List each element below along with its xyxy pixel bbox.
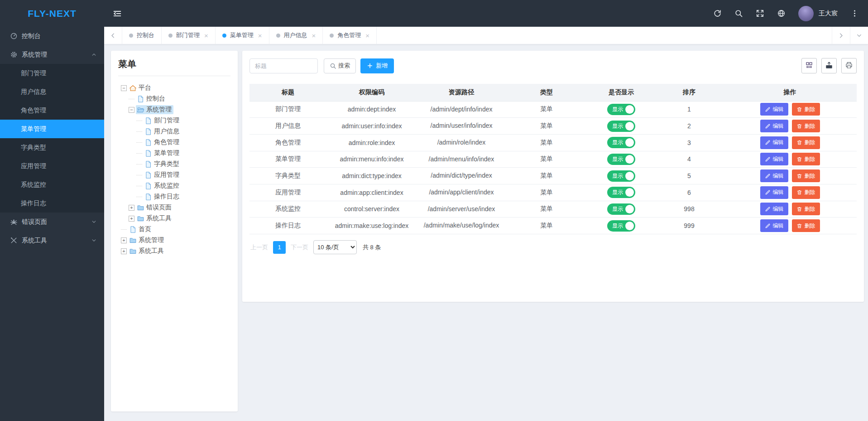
- delete-button[interactable]: 删除: [792, 169, 820, 182]
- next-page-button[interactable]: 下一页: [291, 243, 308, 252]
- edit-button[interactable]: 编辑: [760, 103, 788, 116]
- current-page-button[interactable]: 1: [273, 241, 286, 254]
- tree-node[interactable]: 菜单管理: [118, 148, 230, 159]
- print-button[interactable]: [841, 58, 857, 73]
- add-button[interactable]: 新增: [360, 58, 394, 73]
- close-icon[interactable]: ×: [204, 32, 208, 39]
- delete-button[interactable]: 删除: [792, 203, 820, 215]
- tree-node-body[interactable]: 系统管理: [128, 236, 166, 245]
- sidebar-item[interactable]: 错误页面: [0, 213, 104, 231]
- expand-box-icon[interactable]: +: [129, 216, 134, 222]
- tabs-scroll-left-icon[interactable]: [104, 27, 122, 44]
- globe-icon[interactable]: [777, 9, 786, 18]
- tree-node[interactable]: −平台: [118, 82, 230, 93]
- sidebar-subitem[interactable]: 字典类型: [0, 138, 104, 157]
- delete-button[interactable]: 删除: [792, 219, 820, 232]
- tree-node[interactable]: 操作日志: [118, 191, 230, 202]
- tree-node-body[interactable]: 系统监控: [144, 181, 181, 190]
- sidebar-subitem[interactable]: 菜单管理: [0, 120, 104, 138]
- edit-button[interactable]: 编辑: [760, 120, 788, 132]
- export-button[interactable]: [821, 58, 837, 73]
- close-icon[interactable]: ×: [258, 32, 262, 39]
- tree-node-body[interactable]: 系统工具: [128, 247, 166, 256]
- collapse-box-icon[interactable]: −: [121, 85, 127, 91]
- tree-node[interactable]: +系统管理: [118, 235, 230, 246]
- tree-node[interactable]: 字典类型: [118, 159, 230, 169]
- fullscreen-icon[interactable]: [756, 9, 764, 18]
- tree-node[interactable]: 控制台: [118, 93, 230, 104]
- edit-button[interactable]: 编辑: [760, 186, 788, 199]
- tree-node-body[interactable]: 菜单管理: [144, 149, 181, 158]
- tab-item[interactable]: 用户信息×: [269, 27, 323, 44]
- sidebar-item[interactable]: 控制台: [0, 27, 104, 45]
- sidebar-item[interactable]: 系统管理: [0, 45, 104, 64]
- tab-item[interactable]: 角色管理×: [323, 27, 377, 44]
- sidebar-collapse-icon[interactable]: [112, 9, 122, 19]
- visibility-toggle[interactable]: 显示: [607, 187, 635, 198]
- tab-item[interactable]: 控制台: [122, 27, 162, 44]
- sidebar-subitem[interactable]: 角色管理: [0, 101, 104, 120]
- sidebar-subitem[interactable]: 应用管理: [0, 157, 104, 175]
- tree-node-body[interactable]: 错误页面: [136, 203, 173, 212]
- tree-node[interactable]: +系统工具: [118, 246, 230, 256]
- tree-node[interactable]: 角色管理: [118, 137, 230, 148]
- expand-box-icon[interactable]: +: [121, 248, 127, 254]
- edit-button[interactable]: 编辑: [760, 169, 788, 182]
- tabs-scroll-right-icon[interactable]: [832, 27, 850, 44]
- search-icon[interactable]: [734, 9, 743, 18]
- tree-node[interactable]: 用户信息: [118, 126, 230, 137]
- tree-node[interactable]: 首页: [118, 224, 230, 235]
- user-menu[interactable]: 王大宸: [798, 6, 838, 21]
- delete-button[interactable]: 删除: [792, 103, 820, 116]
- visibility-toggle[interactable]: 显示: [607, 137, 635, 148]
- visibility-toggle[interactable]: 显示: [607, 121, 635, 132]
- edit-button[interactable]: 编辑: [760, 203, 788, 215]
- visibility-toggle[interactable]: 显示: [607, 220, 635, 232]
- tree-node[interactable]: +系统工具: [118, 213, 230, 224]
- tree-node-body[interactable]: 字典类型: [144, 160, 181, 169]
- tree-node-body[interactable]: 首页: [128, 225, 153, 234]
- tree-node[interactable]: 应用管理: [118, 169, 230, 180]
- page-size-select[interactable]: 10 条/页: [313, 240, 357, 254]
- columns-button[interactable]: [801, 58, 817, 73]
- tree-node-body[interactable]: 角色管理: [144, 138, 181, 147]
- tree-node-body[interactable]: 部门管理: [144, 116, 181, 125]
- sidebar-item[interactable]: 系统工具: [0, 231, 104, 250]
- visibility-toggle[interactable]: 显示: [607, 203, 635, 215]
- prev-page-button[interactable]: 上一页: [250, 243, 268, 252]
- sidebar-subitem[interactable]: 操作日志: [0, 194, 104, 213]
- delete-button[interactable]: 删除: [792, 186, 820, 199]
- sidebar-subitem[interactable]: 系统监控: [0, 175, 104, 194]
- edit-button[interactable]: 编辑: [760, 219, 788, 232]
- tree-node-body[interactable]: 系统管理: [136, 105, 173, 114]
- close-icon[interactable]: ×: [365, 32, 369, 39]
- search-button[interactable]: 搜索: [324, 58, 356, 73]
- tabs-dropdown-icon[interactable]: [850, 27, 868, 44]
- delete-button[interactable]: 删除: [792, 136, 820, 149]
- collapse-box-icon[interactable]: −: [129, 107, 134, 113]
- title-search-input[interactable]: [249, 58, 318, 73]
- tree-node[interactable]: −系统管理: [118, 104, 230, 115]
- tree-node[interactable]: 部门管理: [118, 115, 230, 126]
- close-icon[interactable]: ×: [312, 32, 316, 39]
- tab-item[interactable]: 部门管理×: [162, 27, 216, 44]
- tree-node[interactable]: 系统监控: [118, 180, 230, 191]
- delete-button[interactable]: 删除: [792, 153, 820, 165]
- tree-node-body[interactable]: 系统工具: [136, 214, 173, 223]
- tree-node-body[interactable]: 平台: [128, 83, 153, 92]
- refresh-icon[interactable]: [713, 9, 722, 18]
- visibility-toggle[interactable]: 显示: [607, 154, 635, 165]
- edit-button[interactable]: 编辑: [760, 136, 788, 149]
- tree-node-body[interactable]: 用户信息: [144, 127, 181, 136]
- tab-item[interactable]: 菜单管理×: [216, 27, 269, 44]
- tree-node-body[interactable]: 控制台: [136, 94, 167, 103]
- tree-node-body[interactable]: 操作日志: [144, 192, 181, 201]
- sidebar-subitem[interactable]: 用户信息: [0, 82, 104, 101]
- expand-box-icon[interactable]: +: [129, 205, 134, 211]
- more-dots-icon[interactable]: [850, 9, 859, 18]
- delete-button[interactable]: 删除: [792, 120, 820, 132]
- tree-node[interactable]: +错误页面: [118, 202, 230, 213]
- visibility-toggle[interactable]: 显示: [607, 104, 635, 115]
- expand-box-icon[interactable]: +: [121, 237, 127, 243]
- tree-node-body[interactable]: 应用管理: [144, 170, 181, 179]
